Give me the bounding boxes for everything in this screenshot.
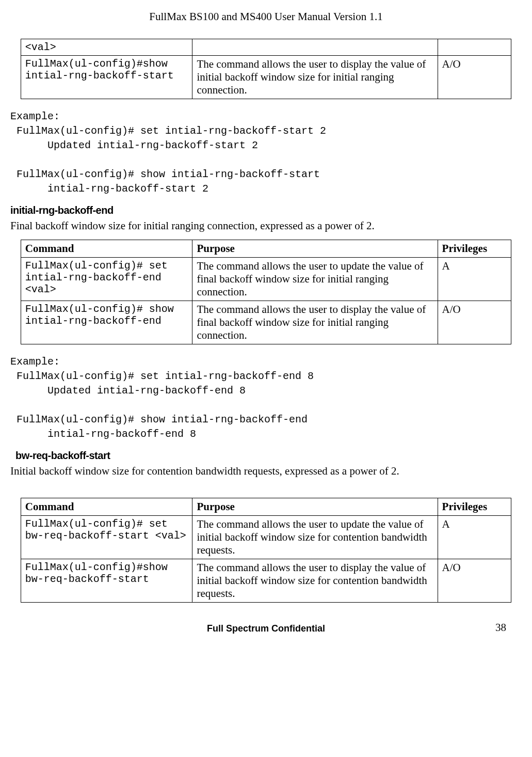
table-header-row: Command Purpose Privileges: [21, 498, 511, 516]
col-header-purpose: Purpose: [192, 240, 438, 258]
table-row: <val>: [21, 39, 511, 56]
command-table-bw-req-backoff-start: Command Purpose Privileges FullMax(ul-co…: [21, 498, 511, 603]
cell-purpose: The command allows the user to update th…: [192, 516, 438, 559]
cell-privileges: A: [438, 516, 511, 559]
command-table-initial-rng-backoff-end: Command Purpose Privileges FullMax(ul-co…: [21, 240, 511, 344]
cell-command: FullMax(ul-config)# show intial-rng-back…: [21, 301, 192, 344]
cell-privileges: [438, 39, 511, 56]
cell-purpose: The command allows the user to display t…: [192, 301, 438, 344]
page-footer: Full Spectrum Confidential 38: [10, 623, 522, 634]
col-header-command: Command: [21, 240, 192, 258]
section-description: Initial backoff window size for contenti…: [10, 465, 522, 478]
cell-command: FullMax(ul-config)# set intial-rng-backo…: [21, 258, 192, 301]
cell-privileges: A: [438, 258, 511, 301]
cell-command: <val>: [21, 39, 192, 56]
page-number: 38: [495, 621, 506, 634]
table-row: FullMax(ul-config)# show intial-rng-back…: [21, 301, 511, 344]
table-row: FullMax(ul-config)#show intial-rng-backo…: [21, 56, 511, 99]
command-table-continuation: <val> FullMax(ul-config)#show intial-rng…: [21, 39, 511, 99]
example-block: Example: FullMax(ul-config)# set intial-…: [10, 109, 522, 196]
cell-purpose: The command allows the user to display t…: [192, 559, 438, 603]
table-row: FullMax(ul-config)# set intial-rng-backo…: [21, 258, 511, 301]
cell-privileges: A/O: [438, 56, 511, 99]
cell-command: FullMax(ul-config)#show bw-req-backoff-s…: [21, 559, 192, 603]
cell-privileges: A/O: [438, 559, 511, 603]
section-heading-bw-req-backoff-start: bw-req-backoff-start: [15, 450, 522, 462]
example-block: Example: FullMax(ul-config)# set intial-…: [10, 355, 522, 441]
col-header-privileges: Privileges: [438, 498, 511, 516]
cell-purpose: The command allows the user to update th…: [192, 258, 438, 301]
table-row: FullMax(ul-config)# set bw-req-backoff-s…: [21, 516, 511, 559]
table-row: FullMax(ul-config)#show bw-req-backoff-s…: [21, 559, 511, 603]
table-header-row: Command Purpose Privileges: [21, 240, 511, 258]
cell-command: FullMax(ul-config)# set bw-req-backoff-s…: [21, 516, 192, 559]
col-header-purpose: Purpose: [192, 498, 438, 516]
cell-command: FullMax(ul-config)#show intial-rng-backo…: [21, 56, 192, 99]
col-header-privileges: Privileges: [438, 240, 511, 258]
footer-confidential: Full Spectrum Confidential: [207, 623, 325, 634]
cell-purpose: The command allows the user to display t…: [192, 56, 438, 99]
section-description: Final backoff window size for initial ra…: [10, 219, 522, 232]
col-header-command: Command: [21, 498, 192, 516]
section-heading-initial-rng-backoff-end: initial-rng-backoff-end: [10, 204, 522, 216]
page-header: FullMax BS100 and MS400 User Manual Vers…: [10, 10, 522, 23]
cell-privileges: A/O: [438, 301, 511, 344]
cell-purpose: [192, 39, 438, 56]
